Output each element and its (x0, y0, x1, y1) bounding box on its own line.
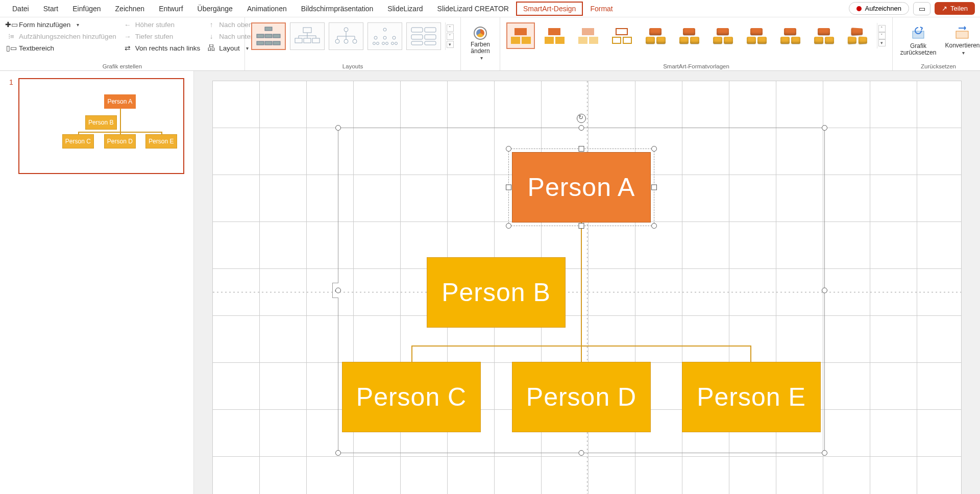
style-option-2[interactable] (540, 22, 569, 49)
move-up-icon: ↑ (207, 20, 215, 29)
slide-edit-area: Person B Person C Person D Person E Pers… (194, 71, 980, 494)
style-option-1[interactable] (506, 22, 535, 49)
slide-canvas[interactable]: Person B Person C Person D Person E Pers… (213, 81, 961, 494)
thumb-node-d: Person D (104, 134, 136, 149)
svg-point-25 (383, 36, 386, 39)
chevron-down-icon[interactable]: ▾ (77, 22, 79, 28)
svg-point-16 (335, 39, 339, 43)
layout-thumb-icon (332, 26, 360, 46)
style-option-4[interactable] (607, 22, 636, 49)
rtl-button[interactable]: ⇄ Von rechts nach links (121, 43, 203, 53)
rotate-handle[interactable] (577, 114, 586, 123)
ribbon-group-reset: Grafik zurücksetzen Konvertieren ▾ Zurüc… (893, 17, 980, 70)
slide-thumbnail-panel: 1 Person A Person B Person C Person D Pe… (0, 71, 194, 494)
slide-thumbnail-1[interactable]: 1 Person A Person B Person C Person D Pe… (9, 78, 184, 174)
tab-entwurf[interactable]: Entwurf (152, 2, 190, 16)
record-button[interactable]: Aufzeichnen (849, 2, 909, 15)
tab-zeichnen[interactable]: Zeichnen (108, 2, 152, 16)
svg-rect-34 (425, 28, 436, 32)
thumb-node-a: Person A (104, 94, 136, 109)
layout-option-3[interactable] (329, 22, 363, 50)
style-scroll-up[interactable]: ˄ (878, 25, 886, 32)
tab-einfuegen[interactable]: Einfügen (65, 2, 108, 16)
layout-scroll-up[interactable]: ˄ (447, 24, 454, 32)
style-scroll-down[interactable]: ˅ (878, 32, 886, 39)
layout-option-2[interactable] (290, 22, 325, 50)
change-colors-button[interactable]: Farben ändern ▾ (466, 24, 495, 64)
resize-handle-nw[interactable] (335, 125, 341, 131)
layout-option-1[interactable] (251, 22, 286, 50)
resize-handle-ne[interactable] (822, 125, 827, 131)
layout-thumb-icon (371, 26, 399, 46)
style-option-9[interactable] (776, 22, 804, 49)
resize-handle-se[interactable] (822, 450, 827, 456)
ribbon-group-label: Layouts (250, 62, 455, 69)
resize-handle-sw[interactable] (335, 450, 341, 456)
resize-handle-n[interactable] (579, 125, 584, 131)
svg-point-28 (377, 42, 379, 45)
chevron-down-icon: ▾ (480, 55, 483, 61)
add-bullet-label: Aufzählungszeichen hinzufügen (19, 33, 116, 40)
layout-option-4[interactable] (368, 22, 402, 50)
ribbon-group-grafik-erstellen: ✚▭ Form hinzufügen ▾ ⁝≡ Aufzählungszeich… (0, 17, 245, 70)
text-pane-button[interactable]: ▯▭ Textbereich (5, 43, 118, 53)
record-label: Aufzeichnen (865, 5, 901, 12)
resize-handle-s[interactable] (579, 450, 584, 456)
resize-handle-w[interactable] (335, 288, 341, 293)
share-button[interactable]: ↗ Teilen (935, 2, 975, 15)
svg-rect-35 (411, 35, 423, 39)
layout-scroll-down[interactable]: ˅ (447, 33, 454, 40)
svg-rect-1 (257, 34, 264, 38)
tab-smartart-design[interactable]: SmartArt-Design (516, 2, 583, 16)
svg-rect-36 (425, 35, 436, 39)
tab-start[interactable]: Start (36, 2, 66, 16)
tab-uebergaenge[interactable]: Übergänge (190, 2, 240, 16)
reset-graphic-button[interactable]: Grafik zurücksetzen (898, 23, 939, 58)
present-mode-button[interactable]: ▭ (913, 2, 930, 15)
svg-rect-7 (303, 28, 311, 33)
add-bullet-icon: ⁝≡ (7, 32, 15, 40)
text-pane-icon: ▯▭ (7, 44, 15, 52)
style-option-11[interactable] (843, 22, 872, 49)
add-shape-icon: ✚▭ (7, 20, 15, 29)
svg-point-15 (344, 28, 348, 32)
style-option-10[interactable] (810, 22, 838, 49)
present-icon: ▭ (919, 5, 925, 13)
layout-gallery-scroller: ˄ ˅ ▾ (445, 22, 454, 50)
thumb-node-b: Person B (85, 115, 117, 130)
convert-button[interactable]: Konvertieren ▾ (946, 23, 979, 58)
svg-rect-9 (304, 38, 311, 43)
layout-option-5[interactable] (406, 22, 441, 50)
rtl-icon: ⇄ (124, 44, 132, 52)
svg-point-32 (395, 42, 398, 45)
workspace: 1 Person A Person B Person C Person D Pe… (0, 71, 980, 494)
svg-rect-37 (411, 41, 423, 45)
style-option-7[interactable] (708, 22, 737, 49)
promote-icon: ← (124, 20, 132, 29)
tab-slidelizard-creator[interactable]: SlideLizard CREATOR (430, 2, 516, 16)
chevron-down-icon: ▾ (962, 50, 965, 56)
resize-handle-e[interactable] (822, 288, 827, 293)
ribbon-group-layouts: ˄ ˅ ▾ Layouts (245, 17, 461, 70)
style-option-6[interactable] (675, 22, 703, 49)
layout-expand[interactable]: ▾ (447, 41, 454, 48)
tab-bildschirmpraesentation[interactable]: Bildschirmpräsentation (294, 2, 381, 16)
layout-gallery: ˄ ˅ ▾ (250, 19, 455, 53)
style-option-8[interactable] (742, 22, 771, 49)
tab-datei[interactable]: Datei (5, 2, 36, 16)
svg-point-26 (393, 36, 396, 39)
style-option-5[interactable] (641, 22, 670, 49)
tab-animationen[interactable]: Animationen (240, 2, 294, 16)
tab-format[interactable]: Format (583, 2, 620, 16)
smartart-frame[interactable]: ‹ (338, 128, 825, 453)
reset-icon (911, 26, 926, 41)
svg-point-27 (373, 42, 376, 45)
share-label: Teilen (950, 5, 968, 12)
menubar-tabs: Datei Start Einfügen Zeichnen Entwurf Üb… (5, 2, 620, 16)
add-shape-button[interactable]: ✚▭ Form hinzufügen ▾ (5, 19, 118, 30)
demote-icon: → (124, 32, 132, 40)
style-option-3[interactable] (574, 22, 602, 49)
thumb-node-e: Person E (145, 134, 177, 149)
tab-slidelizard[interactable]: SlideLizard (380, 2, 430, 16)
style-expand[interactable]: ▾ (878, 39, 886, 46)
